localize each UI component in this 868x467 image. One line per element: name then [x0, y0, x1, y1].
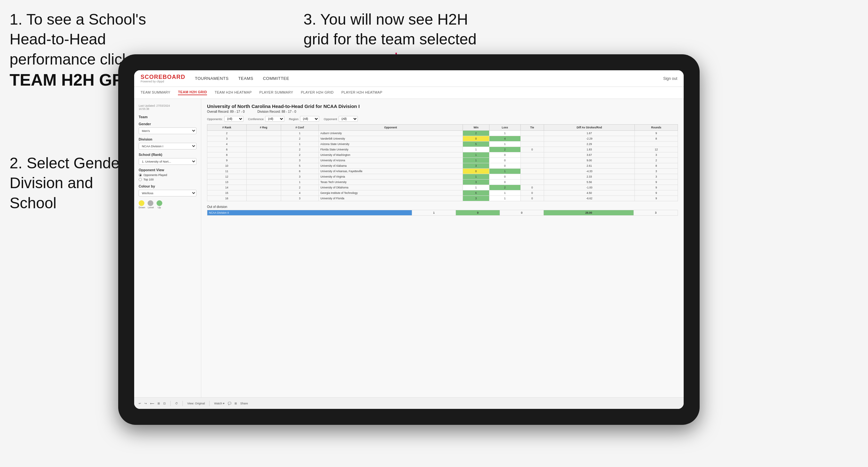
- nav-committee[interactable]: COMMITTEE: [263, 76, 289, 81]
- cell-conf: 6: [281, 169, 318, 174]
- toolbar-redo[interactable]: ↪: [145, 402, 147, 405]
- cell-tie: 0: [520, 190, 544, 196]
- cell-opponent: Florida State University: [318, 147, 463, 152]
- cell-reg: [246, 152, 281, 158]
- cell-diff: 2.61: [544, 163, 635, 169]
- cell-diff: 1.83: [544, 147, 635, 152]
- out-of-division-label: Out of division: [207, 205, 678, 209]
- cell-loss: 0: [489, 163, 520, 169]
- logo-sub: Powered by clippd: [141, 80, 185, 83]
- cell-win: 3: [463, 196, 489, 201]
- filter-row: Opponents: (All) Conference (All) Region: [207, 116, 678, 122]
- filter-conference-select[interactable]: (All): [265, 116, 284, 122]
- table-row: 9 3 University of Arizona 1 0 9.00 2: [207, 158, 678, 163]
- subnav-team-summary[interactable]: TEAM SUMMARY: [141, 90, 170, 95]
- filter-opponents: Opponents: (All): [207, 116, 243, 122]
- col-rank: # Rank: [207, 125, 247, 131]
- cell-rank: 14: [207, 185, 247, 190]
- cell-rank: 13: [207, 180, 247, 185]
- cell-opponent: University of Arkansas, Fayetteville: [318, 169, 463, 174]
- subnav-player-summary[interactable]: PLAYER SUMMARY: [259, 90, 293, 95]
- subnav-team-h2h-grid[interactable]: TEAM H2H GRID: [178, 90, 207, 95]
- toolbar-undo[interactable]: ↩: [138, 402, 141, 405]
- radio-opponents-played[interactable]: Opponents Played: [138, 174, 196, 177]
- toolbar-copy[interactable]: ⊞: [157, 402, 160, 405]
- nav-tournaments[interactable]: TOURNAMENTS: [195, 76, 229, 81]
- cell-loss: 1: [489, 131, 520, 136]
- toolbar-comment[interactable]: 💬: [228, 402, 231, 405]
- cell-win: 5: [463, 142, 489, 147]
- gender-select[interactable]: Men's: [138, 127, 196, 134]
- cell-win: 3: [463, 180, 489, 185]
- color-legend: Down Level Up: [138, 200, 196, 209]
- cell-reg: [246, 147, 281, 152]
- cell-loss: 4: [489, 136, 520, 142]
- cell-rank: 10: [207, 163, 247, 169]
- cell-loss: 2: [489, 185, 520, 190]
- col-rounds: Rounds: [635, 125, 678, 131]
- cell-reg: [246, 136, 281, 142]
- table-row: 2 1 Auburn University 2 1 1.67 9: [207, 131, 678, 136]
- filter-region-label: Region: [289, 117, 299, 121]
- cell-win: 1: [463, 185, 489, 190]
- subnav-team-h2h-heatmap[interactable]: TEAM H2H HEATMAP: [215, 90, 252, 95]
- instruction-step3: 3. You will now see H2H grid for the tea…: [304, 9, 495, 50]
- cell-rank: 3: [207, 136, 247, 142]
- cell-rounds: 3: [635, 174, 678, 180]
- table-row: 4 1 Arizona State University 5 1 2.29: [207, 142, 678, 147]
- school-select[interactable]: 1. University of Nort...: [138, 158, 196, 165]
- toolbar-grid[interactable]: ⊞: [235, 402, 237, 405]
- filter-region-select[interactable]: (All): [300, 116, 319, 122]
- opponent-view-radio-group: Opponents Played Top 100: [138, 174, 196, 181]
- cell-opponent: University of Oklahoma: [318, 185, 463, 190]
- filter-conference: Conference (All): [248, 116, 284, 122]
- filter-region: Region (All): [289, 116, 319, 122]
- legend-level-label: Level: [148, 206, 154, 209]
- cell-diff: 2.29: [544, 142, 635, 147]
- out-rounds: 3: [634, 210, 678, 216]
- cell-win: 0: [463, 169, 489, 174]
- toolbar-view[interactable]: View: Original: [187, 402, 205, 405]
- legend-level-circle: [148, 200, 153, 206]
- cell-win: 2: [463, 131, 489, 136]
- radio-dot-opponents: [138, 174, 142, 177]
- cell-conf: 1: [281, 131, 318, 136]
- cell-loss: 0: [489, 152, 520, 158]
- toolbar-back[interactable]: ⟵: [150, 402, 154, 405]
- division-select[interactable]: NCAA Division I: [138, 143, 196, 150]
- radio-top100[interactable]: Top 100: [138, 178, 196, 181]
- cell-rounds: 8: [635, 163, 678, 169]
- table-row: 3 2 Vanderbilt University 0 4 -2.29 8: [207, 136, 678, 142]
- subnav-player-h2h-heatmap[interactable]: PLAYER H2H HEATMAP: [341, 90, 382, 95]
- cell-conf: 2: [281, 185, 318, 190]
- cell-diff: 5.56: [544, 180, 635, 185]
- sign-out[interactable]: Sign out: [663, 76, 677, 81]
- cell-conf: 3: [281, 158, 318, 163]
- cell-rounds: 3: [635, 169, 678, 174]
- toolbar-clock[interactable]: ⏱: [175, 402, 178, 405]
- out-of-division-table: NCAA Division II 1 0 0 26.00 3: [207, 210, 678, 216]
- cell-tie: 0: [520, 147, 544, 152]
- toolbar: ↩ ↪ ⟵ ⊞ ⊡ ⏱ View: Original Watch ▾ 💬 ⊞ S…: [134, 397, 684, 409]
- col-loss: Loss: [489, 125, 520, 131]
- logo: SCOREBOARD Powered by clippd: [141, 74, 185, 83]
- table-row: 15 4 Georgia Institute of Technology 6 1…: [207, 190, 678, 196]
- cell-diff: 1.67: [544, 131, 635, 136]
- cell-reg: [246, 131, 281, 136]
- filter-conference-label: Conference: [248, 117, 264, 121]
- cell-conf: 2: [281, 136, 318, 142]
- colour-by-select[interactable]: Win/loss: [138, 190, 196, 196]
- filter-opponents-select[interactable]: (All): [224, 116, 243, 122]
- cell-win: 3: [463, 163, 489, 169]
- nav-teams[interactable]: TEAMS: [238, 76, 253, 81]
- cell-win: 6: [463, 190, 489, 196]
- toolbar-share[interactable]: Share: [240, 402, 248, 405]
- toolbar-paste[interactable]: ⊡: [163, 402, 166, 405]
- filter-opponent-select[interactable]: (All): [339, 116, 358, 122]
- division-record: Division Record: 88 - 17 - 0: [257, 110, 296, 114]
- cell-tie: [520, 142, 544, 147]
- subnav-player-h2h-grid[interactable]: PLAYER H2H GRID: [301, 90, 334, 95]
- toolbar-watch[interactable]: Watch ▾: [214, 402, 225, 405]
- cell-diff: -1.00: [544, 185, 635, 190]
- nav-links: TOURNAMENTS TEAMS COMMITTEE: [195, 76, 663, 81]
